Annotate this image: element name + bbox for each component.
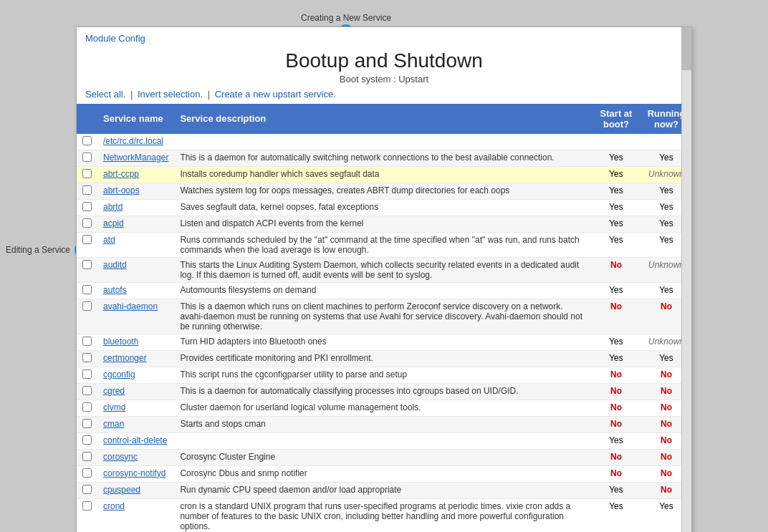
- service-boot-status: Yes: [591, 350, 641, 367]
- service-checkbox[interactable]: [82, 369, 92, 379]
- service-boot-status: Yes: [591, 216, 641, 232]
- service-name-link[interactable]: NetworkManager: [103, 153, 168, 163]
- table-row: NetworkManagerThis is a daemon for autom…: [77, 150, 691, 166]
- service-description: Watches system log for oops messages, cr…: [174, 183, 591, 199]
- service-name-link[interactable]: atd: [103, 235, 115, 245]
- th-boot: Start at boot?: [591, 104, 641, 134]
- service-name-link[interactable]: certmonger: [103, 353, 147, 363]
- service-checkbox[interactable]: [82, 202, 92, 211]
- table-row: autofsAutomounts filesystems on demandYe…: [77, 282, 691, 299]
- scrollbar-thumb[interactable]: [682, 27, 691, 70]
- service-checkbox[interactable]: [82, 285, 92, 294]
- module-config-section: Module Config: [77, 27, 691, 47]
- service-boot-status: Yes: [591, 199, 641, 216]
- service-name-link[interactable]: autofs: [103, 285, 127, 295]
- scrollbar[interactable]: [681, 27, 691, 533]
- service-name-link[interactable]: auditd: [103, 260, 127, 270]
- service-checkbox[interactable]: [82, 153, 92, 162]
- service-name-link[interactable]: control-alt-delete: [103, 435, 167, 445]
- service-boot-status: No: [591, 367, 641, 383]
- service-boot-status: No: [591, 299, 641, 334]
- service-boot-status: Yes: [591, 183, 641, 199]
- service-checkbox[interactable]: [82, 260, 92, 269]
- table-row: acpidListen and dispatch ACPI events fro…: [77, 216, 691, 232]
- service-name-link[interactable]: cgred: [103, 386, 125, 396]
- service-name-link[interactable]: clvmd: [103, 402, 125, 412]
- service-description: This is a daemon for automatically class…: [174, 383, 591, 400]
- service-checkbox[interactable]: [82, 485, 92, 494]
- service-checkbox[interactable]: [82, 353, 92, 362]
- service-description: Automounts filesystems on demand: [174, 282, 591, 299]
- service-boot-status: [591, 134, 641, 150]
- service-checkbox[interactable]: [82, 136, 92, 145]
- service-name-link[interactable]: bluetooth: [103, 337, 138, 347]
- service-boot-status: No: [591, 416, 641, 432]
- service-name-link[interactable]: crond: [103, 501, 125, 511]
- service-checkbox[interactable]: [82, 501, 92, 511]
- module-config-link[interactable]: Module Config: [85, 33, 145, 44]
- service-name-link[interactable]: abrt-oops: [103, 185, 140, 195]
- service-name-link[interactable]: avahi-daemon: [103, 301, 158, 311]
- service-name-link[interactable]: cgconfig: [103, 369, 135, 379]
- service-name-link[interactable]: corosync: [103, 452, 138, 462]
- service-description: This script runs the cgconfigparser util…: [174, 367, 591, 383]
- service-boot-status: Yes: [591, 498, 641, 532]
- service-name-link[interactable]: corosync-notifyd: [103, 468, 165, 478]
- service-checkbox[interactable]: [82, 386, 92, 395]
- service-checkbox[interactable]: [82, 402, 92, 412]
- table-header-row: Service name Service description Start a…: [77, 104, 691, 134]
- service-description: cron is a standard UNIX program that run…: [174, 498, 591, 532]
- service-boot-status: Yes: [591, 432, 641, 449]
- select-all-link[interactable]: Select all.: [85, 89, 125, 100]
- service-checkbox[interactable]: [82, 185, 92, 195]
- table-row: corosync-notifydCorosync Dbus and snmp n…: [77, 465, 691, 482]
- service-name-link[interactable]: /etc/rc.d/rc.local: [103, 136, 163, 146]
- service-boot-status: Yes: [591, 482, 641, 498]
- service-table: Service name Service description Start a…: [77, 104, 691, 533]
- service-description: Run dynamic CPU speed daemon and/or load…: [174, 482, 591, 498]
- table-row: cgconfigThis script runs the cgconfigpar…: [77, 367, 691, 383]
- service-checkbox[interactable]: [82, 468, 92, 478]
- service-checkbox[interactable]: [82, 452, 92, 461]
- table-row: certmongerProvides certificate monitorin…: [77, 350, 691, 367]
- service-description: This is a daemon for automatically switc…: [174, 150, 591, 166]
- service-checkbox[interactable]: [82, 218, 92, 228]
- service-checkbox[interactable]: [82, 337, 92, 346]
- table-row: abrt-ccppInstalls coredump handler which…: [77, 166, 691, 183]
- service-description: This starts the Linux Auditing System Da…: [174, 257, 591, 282]
- service-boot-status: Yes: [591, 166, 641, 183]
- service-description: [174, 134, 591, 150]
- table-row: abrtdSaves segfault data, kernel oopses,…: [77, 199, 691, 216]
- table-row: bluetoothTurn HID adapters into Bluetoot…: [77, 334, 691, 350]
- service-description: Starts and stops cman: [174, 416, 591, 432]
- table-row: abrt-oopsWatches system log for oops mes…: [77, 183, 691, 199]
- service-name-link[interactable]: cpuspeed: [103, 485, 140, 495]
- service-checkbox[interactable]: [82, 169, 92, 178]
- invert-selection-link[interactable]: Invert selection.: [138, 89, 203, 100]
- th-service-name: Service name: [97, 104, 174, 134]
- create-upstart-link[interactable]: Create a new upstart service.: [215, 89, 336, 100]
- th-service-desc: Service description: [174, 104, 591, 134]
- table-row: cpuspeedRun dynamic CPU speed daemon and…: [77, 482, 691, 498]
- page-title-area: Bootup and Shutdown Boot system : Upstar…: [77, 47, 691, 86]
- main-panel: Module Config Bootup and Shutdown Boot s…: [76, 26, 692, 533]
- service-name-link[interactable]: cman: [103, 419, 124, 429]
- service-name-link[interactable]: abrtd: [103, 202, 123, 212]
- service-boot-status: Yes: [591, 334, 641, 350]
- service-checkbox[interactable]: [82, 419, 92, 428]
- service-name-link[interactable]: acpid: [103, 218, 124, 228]
- table-row: cgredThis is a daemon for automatically …: [77, 383, 691, 400]
- service-description: [174, 432, 591, 449]
- service-name-link[interactable]: abrt-ccpp: [103, 169, 139, 179]
- service-checkbox[interactable]: [82, 235, 92, 244]
- table-row: crondcron is a standard UNIX program tha…: [77, 498, 691, 532]
- service-description: Listen and dispatch ACPI events from the…: [174, 216, 591, 232]
- service-checkbox[interactable]: [82, 435, 92, 445]
- service-boot-status: No: [591, 465, 641, 482]
- table-row: clvmdCluster daemon for userland logical…: [77, 400, 691, 416]
- th-checkbox: [77, 104, 97, 134]
- service-description: Turn HID adapters into Bluetooth ones: [174, 334, 591, 350]
- table-row: cmanStarts and stops cmanNoNo: [77, 416, 691, 432]
- service-checkbox[interactable]: [82, 301, 92, 311]
- table-row: auditdThis starts the Linux Auditing Sys…: [77, 257, 691, 282]
